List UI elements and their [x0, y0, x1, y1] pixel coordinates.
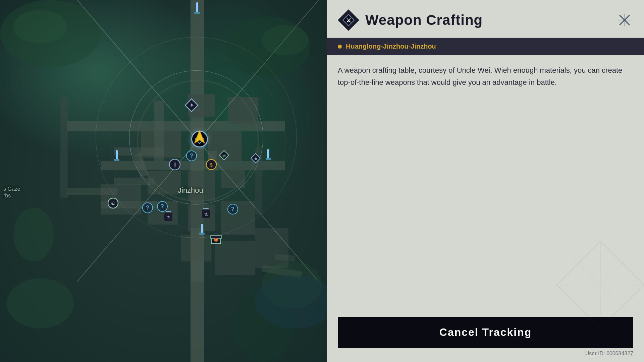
sidebar-title: Weapon Crafting: [365, 12, 483, 28]
trade-icon[interactable]: ⇄: [219, 150, 229, 162]
svg-rect-66: [203, 208, 209, 209]
svg-rect-8: [188, 171, 215, 201]
close-button[interactable]: [616, 11, 633, 29]
svg-rect-29: [60, 97, 68, 198]
svg-line-19: [77, 0, 198, 141]
svg-text:⚔: ⚔: [346, 17, 351, 24]
svg-point-35: [13, 10, 67, 44]
location-dot: [338, 45, 342, 49]
sidebar-content: A weapon crafting table, courtesy of Unc…: [327, 55, 644, 311]
svg-rect-40: [196, 2, 198, 12]
svg-rect-25: [114, 178, 154, 185]
player-arrow: [194, 130, 205, 145]
gift-icon[interactable]: 🎁: [210, 232, 222, 246]
cancel-tracking-button[interactable]: Cancel Tracking: [338, 317, 633, 348]
question-icon-1[interactable]: ?: [186, 150, 197, 161]
beacon-left[interactable]: [114, 150, 119, 164]
question-icon-4[interactable]: ?: [227, 204, 238, 215]
svg-rect-47: [199, 233, 205, 235]
diamond-icon-top[interactable]: ✦: [184, 98, 199, 114]
coin-icon[interactable]: $: [206, 159, 217, 172]
beacon-right[interactable]: [266, 149, 271, 163]
svg-rect-16: [255, 228, 288, 268]
sidebar-header: ⚔ Weapon Crafting: [327, 0, 644, 38]
location-bar: Huanglong-Jinzhou-Jinzhou: [327, 38, 644, 55]
svg-point-37: [13, 208, 54, 261]
svg-text:☯: ☯: [111, 201, 115, 206]
svg-text:◆: ◆: [254, 156, 258, 161]
svg-marker-50: [194, 130, 205, 143]
svg-point-36: [262, 25, 309, 55]
svg-rect-44: [267, 149, 269, 159]
description-text: A weapon crafting table, courtesy of Unc…: [338, 64, 633, 89]
svg-rect-45: [266, 158, 271, 160]
location-text: Huanglong-Jinzhou-Jinzhou: [346, 43, 436, 50]
header-left: ⚔ Weapon Crafting: [338, 9, 483, 31]
svg-rect-46: [201, 224, 203, 233]
question-icon-2[interactable]: ?: [142, 202, 153, 213]
beacon-bottom[interactable]: [199, 224, 205, 237]
beacon-top[interactable]: [194, 2, 200, 16]
sidebar: ⚔ Weapon Crafting Huanglong-Jinzhou-Jinz…: [327, 0, 644, 362]
sidebar-footer: Cancel Tracking User ID: 600684327: [327, 311, 644, 362]
svg-text:⚗: ⚗: [204, 212, 208, 217]
svg-rect-63: [166, 211, 171, 212]
medicine-icon[interactable]: ☯: [107, 197, 119, 210]
weapon-icon-box: ⚔: [338, 9, 359, 31]
svg-rect-42: [116, 150, 118, 160]
svg-rect-41: [194, 12, 200, 14]
bottle-icon-1[interactable]: ⚗: [163, 210, 174, 224]
svg-rect-43: [114, 159, 119, 161]
svg-text:✦: ✦: [189, 102, 194, 109]
svg-text:$: $: [210, 162, 213, 168]
character-icon[interactable]: Ⅱ: [169, 159, 181, 172]
bottle-icon-2[interactable]: ⚗: [201, 207, 211, 221]
svg-rect-26: [67, 188, 117, 195]
svg-text:🎁: 🎁: [214, 238, 218, 242]
user-id-label: User ID: 600684327: [585, 351, 633, 357]
svg-rect-15: [215, 241, 255, 275]
map-section[interactable]: Jinzhou s Gaze rbs ⚔ ? ? ?: [0, 0, 327, 362]
svg-text:⇄: ⇄: [222, 154, 226, 158]
svg-text:Ⅱ: Ⅱ: [173, 162, 176, 168]
svg-rect-9: [221, 168, 245, 188]
map-roads-svg: [0, 0, 327, 362]
svg-text:⚗: ⚗: [166, 215, 170, 220]
diamond-icon-right[interactable]: ◆: [250, 153, 261, 165]
